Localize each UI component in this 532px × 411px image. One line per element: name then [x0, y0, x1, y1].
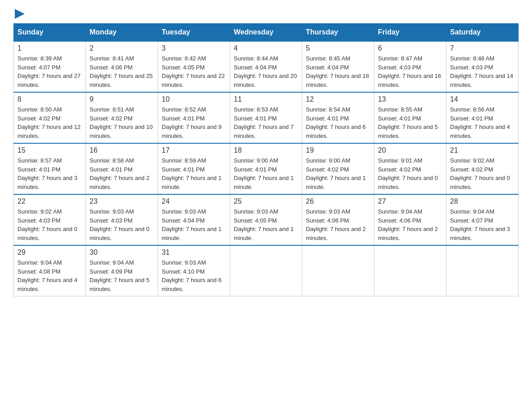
day-number: 29: [17, 248, 82, 257]
calendar-cell: 4Sunrise: 8:44 AMSunset: 4:04 PMDaylight…: [230, 41, 302, 92]
calendar-cell: [302, 245, 374, 296]
day-info: Sunrise: 8:54 AMSunset: 4:01 PMDaylight:…: [306, 105, 370, 140]
day-info: Sunrise: 8:57 AMSunset: 4:01 PMDaylight:…: [17, 156, 82, 191]
day-number: 16: [90, 146, 154, 154]
calendar-cell: 10Sunrise: 8:52 AMSunset: 4:01 PMDayligh…: [158, 92, 230, 143]
day-info: Sunrise: 8:52 AMSunset: 4:01 PMDaylight:…: [162, 105, 226, 140]
day-info: Sunrise: 9:04 AMSunset: 4:09 PMDaylight:…: [90, 258, 154, 293]
calendar-cell: 21Sunrise: 9:02 AMSunset: 4:02 PMDayligh…: [446, 143, 519, 194]
calendar-cell: [230, 245, 302, 296]
calendar-header-thursday: Thursday: [302, 24, 374, 42]
day-info: Sunrise: 8:47 AMSunset: 4:03 PMDaylight:…: [378, 54, 442, 89]
calendar-cell: [446, 245, 519, 296]
calendar-cell: 6Sunrise: 8:47 AMSunset: 4:03 PMDaylight…: [374, 41, 446, 92]
calendar-cell: 20Sunrise: 9:01 AMSunset: 4:02 PMDayligh…: [374, 143, 446, 194]
calendar-header-saturday: Saturday: [446, 24, 519, 42]
calendar-cell: 15Sunrise: 8:57 AMSunset: 4:01 PMDayligh…: [14, 143, 86, 194]
calendar-cell: 9Sunrise: 8:51 AMSunset: 4:02 PMDaylight…: [86, 92, 158, 143]
day-number: 17: [162, 146, 226, 154]
day-number: 8: [17, 95, 82, 103]
day-number: 2: [90, 44, 154, 52]
day-number: 7: [450, 44, 515, 52]
day-info: Sunrise: 8:55 AMSunset: 4:01 PMDaylight:…: [378, 105, 442, 140]
day-number: 30: [90, 248, 154, 257]
calendar-cell: 18Sunrise: 9:00 AMSunset: 4:01 PMDayligh…: [230, 143, 302, 194]
day-number: 13: [378, 95, 442, 103]
calendar-cell: 24Sunrise: 9:03 AMSunset: 4:04 PMDayligh…: [158, 194, 230, 245]
day-number: 21: [450, 146, 515, 154]
day-info: Sunrise: 8:50 AMSunset: 4:02 PMDaylight:…: [17, 105, 82, 140]
day-number: 27: [378, 197, 442, 206]
calendar-header-wednesday: Wednesday: [230, 24, 302, 42]
day-info: Sunrise: 8:42 AMSunset: 4:05 PMDaylight:…: [162, 54, 226, 89]
day-info: Sunrise: 9:03 AMSunset: 4:03 PMDaylight:…: [90, 207, 154, 242]
day-info: Sunrise: 9:04 AMSunset: 4:06 PMDaylight:…: [378, 207, 442, 242]
day-number: 5: [306, 44, 370, 52]
calendar-cell: 3Sunrise: 8:42 AMSunset: 4:05 PMDaylight…: [158, 41, 230, 92]
calendar-cell: 5Sunrise: 8:45 AMSunset: 4:04 PMDaylight…: [302, 41, 374, 92]
calendar-header-monday: Monday: [86, 24, 158, 42]
day-info: Sunrise: 9:01 AMSunset: 4:02 PMDaylight:…: [378, 156, 442, 191]
calendar-cell: 30Sunrise: 9:04 AMSunset: 4:09 PMDayligh…: [86, 245, 158, 296]
day-number: 1: [17, 44, 82, 52]
day-number: 23: [90, 197, 154, 206]
calendar-week-row: 29Sunrise: 9:04 AMSunset: 4:08 PMDayligh…: [14, 245, 519, 296]
day-info: Sunrise: 9:00 AMSunset: 4:02 PMDaylight:…: [306, 156, 370, 191]
day-info: Sunrise: 8:59 AMSunset: 4:01 PMDaylight:…: [162, 156, 226, 191]
day-number: 9: [90, 95, 154, 103]
day-number: 4: [234, 44, 298, 52]
day-number: 10: [162, 95, 226, 103]
day-number: 15: [17, 146, 82, 154]
day-info: Sunrise: 9:04 AMSunset: 4:07 PMDaylight:…: [450, 207, 515, 242]
calendar-week-row: 22Sunrise: 9:02 AMSunset: 4:03 PMDayligh…: [14, 194, 519, 245]
svg-marker-0: [15, 9, 25, 19]
calendar-cell: 16Sunrise: 8:58 AMSunset: 4:01 PMDayligh…: [86, 143, 158, 194]
page-header: [13, 9, 519, 19]
day-info: Sunrise: 8:44 AMSunset: 4:04 PMDaylight:…: [234, 54, 298, 89]
calendar-cell: 2Sunrise: 8:41 AMSunset: 4:06 PMDaylight…: [86, 41, 158, 92]
day-number: 28: [450, 197, 515, 206]
day-info: Sunrise: 8:51 AMSunset: 4:02 PMDaylight:…: [90, 105, 154, 140]
day-info: Sunrise: 8:53 AMSunset: 4:01 PMDaylight:…: [234, 105, 298, 140]
day-number: 11: [234, 95, 298, 103]
day-info: Sunrise: 8:41 AMSunset: 4:06 PMDaylight:…: [90, 54, 154, 89]
day-info: Sunrise: 8:39 AMSunset: 4:07 PMDaylight:…: [17, 54, 82, 89]
calendar-cell: 14Sunrise: 8:56 AMSunset: 4:01 PMDayligh…: [446, 92, 519, 143]
day-number: 26: [306, 197, 370, 206]
day-number: 20: [378, 146, 442, 154]
day-info: Sunrise: 9:03 AMSunset: 4:04 PMDaylight:…: [162, 207, 226, 242]
calendar-header-tuesday: Tuesday: [158, 24, 230, 42]
calendar-header-friday: Friday: [374, 24, 446, 42]
calendar-header-row: SundayMondayTuesdayWednesdayThursdayFrid…: [14, 24, 519, 42]
day-info: Sunrise: 9:03 AMSunset: 4:10 PMDaylight:…: [162, 258, 226, 293]
day-info: Sunrise: 8:45 AMSunset: 4:04 PMDaylight:…: [306, 54, 370, 89]
calendar-cell: 17Sunrise: 8:59 AMSunset: 4:01 PMDayligh…: [158, 143, 230, 194]
day-number: 19: [306, 146, 370, 154]
calendar-cell: 12Sunrise: 8:54 AMSunset: 4:01 PMDayligh…: [302, 92, 374, 143]
calendar-week-row: 8Sunrise: 8:50 AMSunset: 4:02 PMDaylight…: [14, 92, 519, 143]
calendar-cell: 8Sunrise: 8:50 AMSunset: 4:02 PMDaylight…: [14, 92, 86, 143]
day-info: Sunrise: 8:58 AMSunset: 4:01 PMDaylight:…: [90, 156, 154, 191]
calendar-cell: 1Sunrise: 8:39 AMSunset: 4:07 PMDaylight…: [14, 41, 86, 92]
calendar-cell: 13Sunrise: 8:55 AMSunset: 4:01 PMDayligh…: [374, 92, 446, 143]
day-number: 14: [450, 95, 515, 103]
calendar-cell: 22Sunrise: 9:02 AMSunset: 4:03 PMDayligh…: [14, 194, 86, 245]
day-number: 25: [234, 197, 298, 206]
day-number: 12: [306, 95, 370, 103]
calendar-cell: 26Sunrise: 9:03 AMSunset: 4:06 PMDayligh…: [302, 194, 374, 245]
calendar-cell: 29Sunrise: 9:04 AMSunset: 4:08 PMDayligh…: [14, 245, 86, 296]
day-info: Sunrise: 8:56 AMSunset: 4:01 PMDaylight:…: [450, 105, 515, 140]
calendar-cell: 31Sunrise: 9:03 AMSunset: 4:10 PMDayligh…: [158, 245, 230, 296]
calendar-cell: 28Sunrise: 9:04 AMSunset: 4:07 PMDayligh…: [446, 194, 519, 245]
calendar-week-row: 1Sunrise: 8:39 AMSunset: 4:07 PMDaylight…: [14, 41, 519, 92]
day-info: Sunrise: 9:03 AMSunset: 4:05 PMDaylight:…: [234, 207, 298, 242]
calendar-cell: [374, 245, 446, 296]
logo-arrow-icon: [15, 9, 25, 19]
day-info: Sunrise: 9:03 AMSunset: 4:06 PMDaylight:…: [306, 207, 370, 242]
calendar-cell: 27Sunrise: 9:04 AMSunset: 4:06 PMDayligh…: [374, 194, 446, 245]
day-number: 31: [162, 248, 226, 257]
day-info: Sunrise: 8:48 AMSunset: 4:03 PMDaylight:…: [450, 54, 515, 89]
calendar-cell: 25Sunrise: 9:03 AMSunset: 4:05 PMDayligh…: [230, 194, 302, 245]
day-info: Sunrise: 9:04 AMSunset: 4:08 PMDaylight:…: [17, 258, 82, 293]
day-number: 3: [162, 44, 226, 52]
